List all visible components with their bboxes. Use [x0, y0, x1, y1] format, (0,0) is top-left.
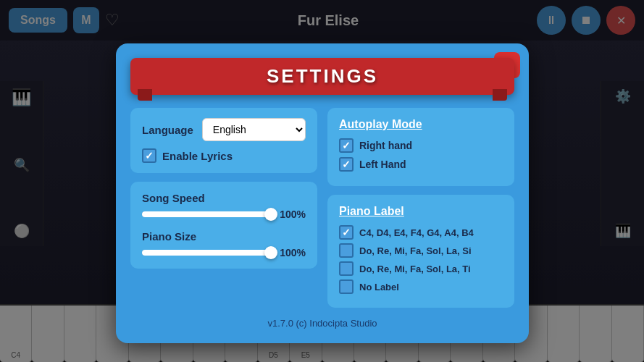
- autoplay-left-hand: Left Hand: [339, 157, 503, 172]
- settings-banner: SETTINGS: [130, 58, 514, 95]
- piano-label-option-0: C4, D4, E4, F4, G4, A4, B4: [339, 225, 503, 240]
- song-speed-label: Song Speed: [142, 192, 306, 204]
- autoplay-right-hand: Right hand: [339, 138, 503, 153]
- piano-label-checkbox-1[interactable]: [339, 243, 354, 258]
- song-speed-row: 100%: [142, 209, 306, 220]
- language-label: Language: [142, 124, 193, 136]
- piano-size-label: Piano Size: [142, 230, 306, 243]
- settings-right-column: Autoplay Mode Right hand Left Hand Piano…: [327, 108, 514, 308]
- settings-content: Language English Spanish French Enable L…: [130, 108, 514, 308]
- piano-size-row: 100%: [142, 247, 306, 258]
- piano-label-text-1: Do, Re, Mi, Fa, Sol, La, Si: [359, 245, 472, 256]
- piano-label-text-2: Do, Re, Mi, Fa, Sol, La, Ti: [359, 264, 471, 274]
- autoplay-title[interactable]: Autoplay Mode: [339, 118, 503, 131]
- version-text: v1.7.0 (c) Indocipta Studio: [130, 318, 514, 329]
- piano-label-option-1: Do, Re, Mi, Fa, Sol, La, Si: [339, 243, 503, 258]
- left-hand-label: Left Hand: [359, 159, 406, 170]
- piano-label-checkbox-3[interactable]: [339, 279, 354, 294]
- song-speed-value: 100%: [277, 209, 306, 220]
- piano-label-text-3: No Label: [359, 282, 399, 292]
- song-speed-thumb[interactable]: [264, 208, 277, 221]
- piano-size-value: 100%: [277, 247, 306, 258]
- enable-lyrics-label: Enable Lyrics: [162, 150, 233, 162]
- settings-title: SETTINGS: [267, 65, 378, 87]
- piano-size-track[interactable]: [142, 250, 271, 256]
- piano-size-fill: [142, 250, 271, 256]
- piano-label-option-3: No Label: [339, 279, 503, 294]
- language-select[interactable]: English Spanish French: [202, 118, 306, 141]
- language-row: Language English Spanish French: [142, 118, 306, 141]
- piano-label-checkbox-0[interactable]: [339, 225, 354, 240]
- piano-label-checkbox-2[interactable]: [339, 261, 354, 276]
- piano-label-panel: Piano Label C4, D4, E4, F4, G4, A4, B4 D…: [327, 195, 514, 308]
- left-hand-checkbox[interactable]: [339, 157, 354, 172]
- lyrics-row: Enable Lyrics: [142, 148, 306, 163]
- right-hand-checkbox[interactable]: [339, 138, 354, 153]
- song-speed-fill: [142, 211, 271, 217]
- song-speed-track[interactable]: [142, 211, 271, 217]
- settings-modal: ✕ SETTINGS Language English Spanish Fren…: [116, 43, 529, 343]
- piano-size-section: Piano Size 100%: [142, 230, 306, 258]
- settings-left-column: Language English Spanish French Enable L…: [130, 108, 317, 308]
- piano-label-text-0: C4, D4, E4, F4, G4, A4, B4: [359, 227, 474, 238]
- right-hand-label: Right hand: [359, 140, 412, 151]
- autoplay-panel: Autoplay Mode Right hand Left Hand: [327, 108, 514, 186]
- song-speed-section: Song Speed 100%: [142, 192, 306, 220]
- enable-lyrics-checkbox[interactable]: [142, 148, 156, 163]
- speed-size-panel: Song Speed 100% Piano Size: [130, 182, 317, 269]
- piano-label-option-2: Do, Re, Mi, Fa, Sol, La, Ti: [339, 261, 503, 276]
- piano-label-title[interactable]: Piano Label: [339, 205, 503, 218]
- piano-size-thumb[interactable]: [264, 246, 277, 259]
- language-panel: Language English Spanish French Enable L…: [130, 108, 317, 173]
